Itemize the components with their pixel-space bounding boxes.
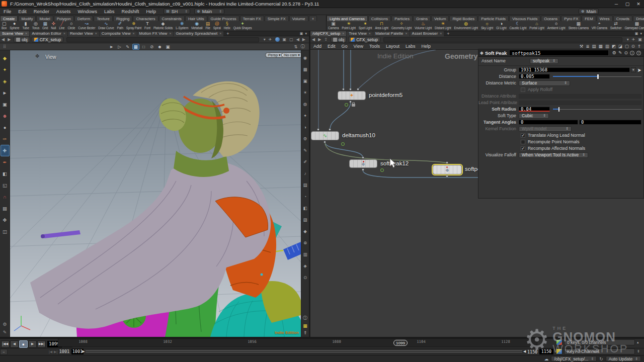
node-deltamush10[interactable]: ∿ deltamush10 [311,131,339,140]
node-softpeak15[interactable]: ◆ softpeak15 [433,165,462,174]
minimize-button[interactable]: ─ [611,2,622,7]
output-connector[interactable] [446,175,448,177]
input-connector[interactable] [317,128,319,131]
pane-tab[interactable]: Material Palette × [373,31,410,36]
close-tab-icon[interactable]: × [95,32,97,35]
annotate-icon[interactable]: ✎ [301,144,309,156]
camera-box-icon[interactable]: ▣ [165,44,172,50]
info-icon[interactable]: i [630,51,634,55]
sync-icon[interactable] [275,37,280,42]
mirror-tool-icon[interactable]: ◫ [1,226,10,237]
snapshot-icon[interactable]: ▣ [638,37,642,42]
pane-tab[interactable]: Geometry Spreadsheet × [174,31,223,36]
lead-point-attribute-field[interactable] [519,101,641,105]
snap-icon[interactable]: ⊕ [301,237,309,248]
menu-item[interactable]: Windows [74,9,101,14]
network-menu-item[interactable]: Add [310,44,325,49]
shelf-tab[interactable]: FEM [582,16,596,21]
node-color-icon[interactable]: ◪ [618,44,622,49]
shelf-tool[interactable]: ✧ Geometry Light [390,21,413,31]
apply-rolloff-checkbox[interactable] [521,87,525,92]
path-root-chip[interactable]: obj [331,37,347,42]
path-input[interactable] [66,37,259,42]
distance-slider[interactable] [553,74,641,79]
split-view-icon[interactable]: ◧ [301,202,309,214]
input-connector[interactable] [362,156,364,159]
shelf-tab[interactable]: Characters [133,16,158,21]
visualize-falloff-select[interactable]: When Viewport Tool Is Active ⇕ [519,152,588,158]
transport-button[interactable]: ▶▶| [37,340,46,348]
edit-icon[interactable]: ✎ [618,50,622,55]
box-select-icon[interactable]: □ [140,44,147,50]
network-menu-item[interactable]: Go [339,44,351,49]
no-cam-button[interactable]: No cam▾ [281,52,303,58]
scene-viewport[interactable] [10,50,301,337]
shelf-tab[interactable]: Create [0,16,18,21]
shelf-tool[interactable]: ▮ Tube [21,21,30,31]
parameter-checkbox[interactable] [521,133,525,138]
snapshot-icon[interactable]: ◉ [301,52,309,63]
color-palette-icon[interactable]: ▦ [599,44,603,49]
shelf-tool[interactable]: ☀ Distant Light [433,21,452,31]
layout-grid-icon[interactable]: ▦ [303,323,307,328]
sculpt-tool-icon[interactable]: ● [1,122,10,133]
select-tool-icon[interactable]: ► [1,87,10,99]
pane-tab[interactable]: Motion FX View × [137,31,174,36]
shelf-tool[interactable]: ⌂ Portal Light [528,21,545,31]
shelf-tab[interactable]: Particles [391,16,413,21]
shelf-tool[interactable]: @ Spiral [212,21,222,31]
no-select-icon[interactable]: ⊘ [148,44,155,50]
shapes-tool-icon[interactable]: ◈ [1,75,10,87]
network-menu-item[interactable]: Help [418,44,434,49]
shelf-tool[interactable]: ☀ Point Light [340,21,357,31]
pin-icon[interactable]: ✈ [269,37,272,42]
boolean-tool-icon[interactable]: ◱ [1,179,10,191]
key-all-updown-icon[interactable]: ⇕ [637,349,640,353]
shelf-tool[interactable]: ✵ Spray Paint [125,21,143,31]
audio-icon[interactable]: ♪ [301,167,309,179]
menu-item[interactable]: Render [30,9,53,14]
transport-button[interactable]: ◀ [10,340,19,348]
keyframe-icon[interactable] [556,339,562,345]
shelf-tab[interactable]: Crowds [613,16,632,21]
shelf-tool[interactable]: ○ Circle [66,21,76,31]
camera-icon[interactable]: ▩ [301,63,309,75]
input-connector[interactable] [349,88,352,90]
soft-radius-field[interactable]: 0.04 [519,107,550,112]
pane-menu-icon[interactable]: ▾ [640,32,642,36]
forward-icon[interactable]: ▶ [6,37,12,42]
lock-tool-icon[interactable]: ▣ [1,99,10,110]
shelf-tab[interactable]: Collisions [368,16,391,21]
shelf-tab[interactable]: Model [36,16,53,21]
lasso-icon[interactable]: ✎ [124,44,131,50]
tangent-angle-field-2[interactable]: 0 [579,120,641,125]
network-menu-item[interactable]: Layout [383,44,403,49]
star-tool-icon[interactable]: ✦ [1,64,10,75]
snap-grid-icon[interactable]: ▦ [132,44,139,50]
input-connector[interactable] [446,161,448,164]
menu-item[interactable]: Labs [101,9,118,14]
gear-icon[interactable]: ⚙ [3,322,7,327]
output-connector[interactable] [349,101,352,103]
pane-tab[interactable]: /obj/CFX_setup × [310,31,346,36]
path-root-chip[interactable]: obj [14,37,30,42]
pane-tab[interactable]: Asset Browser × [410,31,444,36]
shelf-tool[interactable]: ✶ Spot Light [357,21,373,31]
shelf-tab[interactable]: Deform [74,16,94,21]
close-tab-icon[interactable]: × [440,32,442,35]
key-all-icon[interactable] [556,348,562,354]
dopnet-icon[interactable]: ⊙ [301,272,309,283]
timeline-ruler[interactable]: 100810321056108011041128 1099 [58,338,537,347]
range-start-step-icon[interactable]: |◀ [49,350,52,354]
node-pointdeform5[interactable]: ✦ pointdeform5 [338,91,366,100]
menu-item[interactable]: Redshift [118,9,143,14]
node-shape-icon[interactable]: ◩ [612,44,616,49]
shelf-tool[interactable]: ☼ Sky Light [479,21,495,31]
keys-expand-icon[interactable]: ▴ [637,340,639,344]
range-slider-left-handle[interactable]: ▶ [82,349,85,353]
path-node-chip[interactable]: CFX_setup [348,37,380,42]
menu-item[interactable]: Edit [15,9,30,14]
path-node-chip[interactable]: CFX_setup [32,37,64,42]
back-icon[interactable]: ◀ [310,37,316,42]
shelf-tool[interactable]: ● Sphere [8,21,21,31]
